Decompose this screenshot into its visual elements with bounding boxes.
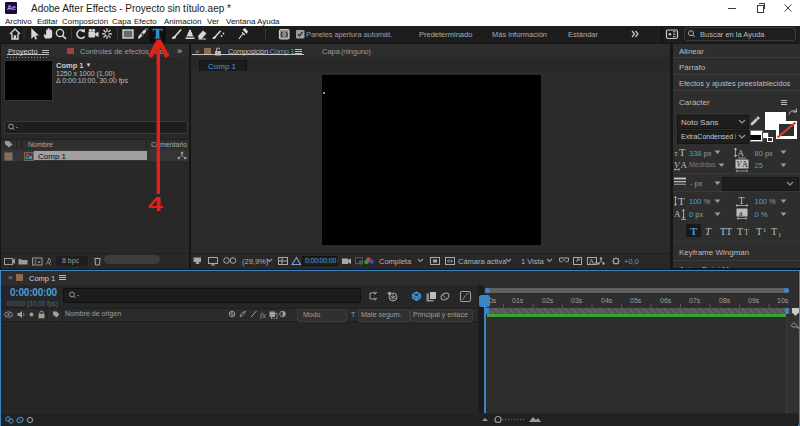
svg-text:TT: TT xyxy=(720,226,732,237)
svg-text:T: T xyxy=(679,147,686,158)
svg-text:T: T xyxy=(737,226,743,237)
svg-text:T: T xyxy=(678,195,685,207)
svg-text:A: A xyxy=(674,209,681,219)
svg-text:A: A xyxy=(742,160,748,169)
svg-text:T: T xyxy=(771,226,777,237)
svg-text:1: 1 xyxy=(778,231,781,237)
svg-text:T: T xyxy=(744,228,749,237)
svg-text:T: T xyxy=(705,226,712,237)
svg-text:a: a xyxy=(739,208,743,217)
svg-text:T: T xyxy=(756,226,762,237)
svg-text:T: T xyxy=(674,150,678,157)
svg-text:T: T xyxy=(690,225,698,237)
svg-text:A: A xyxy=(680,160,687,170)
svg-text:A: A xyxy=(738,148,745,158)
svg-text:1: 1 xyxy=(763,226,766,233)
svg-text:fx: fx xyxy=(260,311,266,320)
svg-text:T: T xyxy=(739,195,745,206)
